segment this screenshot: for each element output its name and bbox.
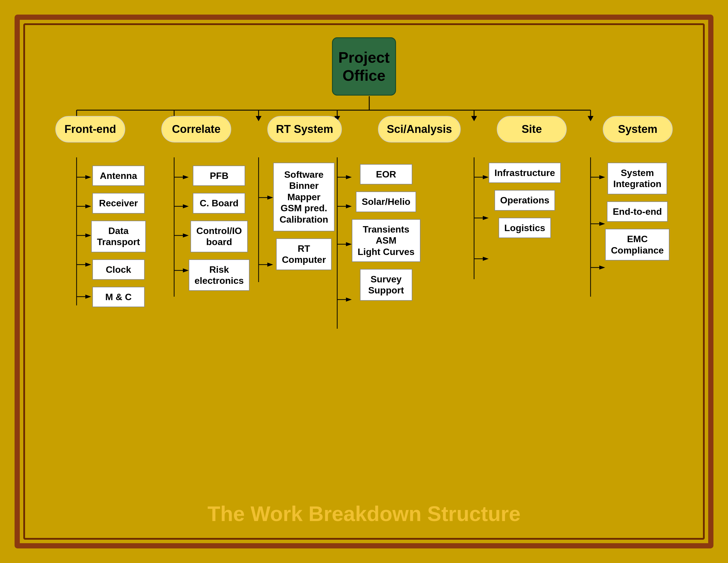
l2-transients: TransientsASMLight Curves	[352, 219, 420, 262]
l2-solarhelio: Solar/Helio	[356, 191, 416, 212]
col-correlate: PFB C. Board Control/IOboard Riskelectro…	[189, 165, 250, 291]
l2-emccompliance: EMCCompliance	[605, 229, 669, 260]
svg-marker-48	[346, 298, 352, 302]
col-frontend: Antenna Receiver DataTransport Clock M &…	[91, 165, 146, 307]
l1-system: System	[603, 116, 673, 142]
l2-clock: Clock	[92, 259, 145, 280]
col-site: Infrastructure Operations Logistics	[489, 163, 561, 238]
svg-marker-58	[599, 175, 605, 179]
l2-controlio: Control/IOboard	[190, 220, 248, 252]
l2-riskelectronics: Riskelectronics	[189, 259, 250, 291]
l2-endtoend: End-to-end	[607, 201, 668, 222]
svg-marker-46	[346, 242, 352, 246]
l2-systemintegration: SystemIntegration	[607, 163, 667, 194]
col-rtsystem: SoftwareBinnerMapperGSM pred.Calibration…	[273, 163, 335, 270]
l2-operations: Operations	[494, 190, 555, 210]
l2-datatransport: DataTransport	[91, 220, 146, 252]
svg-marker-51	[483, 175, 489, 179]
l2-infrastructure: Infrastructure	[489, 163, 561, 183]
l1-site: Site	[497, 116, 567, 142]
svg-marker-60	[599, 222, 605, 226]
l1-rtsystem: RT System	[267, 116, 342, 142]
l2-eor: EOR	[360, 164, 412, 184]
l1-scianalysis: Sci/Analysis	[378, 116, 461, 142]
svg-marker-25	[85, 295, 91, 299]
svg-marker-39	[267, 262, 273, 266]
l2-software: SoftwareBinnerMapperGSM pred.Calibration	[273, 163, 335, 231]
svg-marker-53	[483, 216, 489, 220]
svg-marker-30	[183, 204, 189, 208]
svg-marker-34	[183, 268, 189, 272]
main-title: The Work Breakdown Structure	[20, 502, 708, 526]
col-system: SystemIntegration End-to-end EMCComplian…	[605, 163, 669, 260]
svg-marker-19	[85, 204, 91, 208]
svg-marker-37	[267, 195, 273, 199]
l2-pfb: PFB	[193, 165, 245, 186]
l2-logistics: Logistics	[499, 218, 551, 238]
title-area: The Work Breakdown Structure	[20, 502, 708, 526]
svg-marker-44	[346, 204, 352, 208]
l2-surveysupport: SurveySupport	[360, 269, 412, 301]
l2-cboard: C. Board	[193, 193, 245, 213]
svg-marker-17	[85, 175, 91, 179]
svg-marker-62	[599, 265, 605, 269]
outer-frame: Project Office Front-end Correlate RT Sy…	[15, 15, 713, 548]
l2-mc: M & C	[92, 287, 145, 307]
l1-frontend: Front-end	[55, 116, 125, 142]
l1-correlate: Correlate	[161, 116, 231, 142]
root-node: Project Office	[332, 37, 396, 96]
root-label: Project Office	[333, 48, 395, 85]
svg-marker-23	[85, 262, 91, 266]
svg-marker-28	[183, 175, 189, 179]
col-scianalysis: EOR Solar/Helio TransientsASMLight Curve…	[352, 164, 420, 301]
svg-marker-55	[483, 257, 489, 261]
l2-rtcomputer: RTComputer	[276, 238, 332, 270]
svg-marker-21	[85, 233, 91, 237]
l2-receiver: Receiver	[92, 193, 145, 213]
svg-marker-42	[346, 175, 352, 179]
svg-marker-32	[183, 233, 189, 237]
l2-antenna: Antenna	[92, 165, 145, 186]
level1-container: Front-end Correlate RT System Sci/Analys…	[20, 116, 708, 142]
